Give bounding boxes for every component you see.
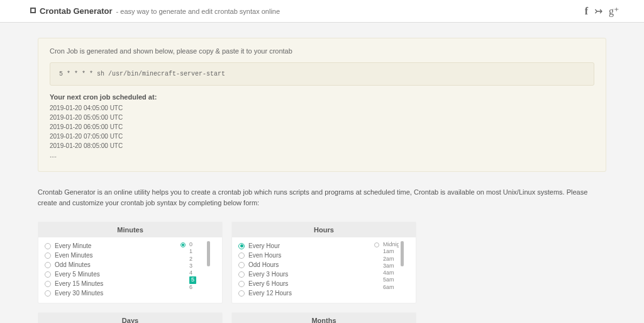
list-item[interactable]: 5am [383, 276, 399, 283]
list-item[interactable]: 4am [383, 269, 399, 276]
months-card: MonthsEvery MonthEven MonthsOdd MonthsEv… [231, 312, 416, 323]
cards-grid: MinutesEvery MinuteEven MinutesOdd Minut… [38, 222, 606, 323]
minutes-option[interactable]: Every 5 Minutes [45, 269, 180, 279]
facebook-icon[interactable]: f [585, 6, 588, 17]
radio-icon[interactable] [45, 281, 51, 287]
option-label: Even Minutes [55, 252, 93, 259]
list-item[interactable]: 3am [383, 263, 399, 269]
result-panel: Cron Job is generated and shown below, p… [38, 38, 606, 172]
days-card-title: Days [38, 313, 222, 323]
list-item[interactable]: 2am [383, 256, 399, 263]
hours-option[interactable]: Every 3 Hours [238, 269, 374, 279]
intro-text: Crontab Generator is an online utility h… [38, 187, 606, 208]
list-item[interactable]: 2 [189, 256, 205, 263]
list-item[interactable]: 1 [189, 248, 205, 255]
schedule-time: 2019-01-20 06:05:00 UTC [50, 122, 594, 132]
list-item[interactable]: 5 [189, 276, 205, 283]
list-item[interactable]: 0 [189, 241, 205, 248]
schedule-heading: Your next cron job scheduled at: [50, 93, 594, 101]
top-bar: Crontab Generator - easy way to generate… [0, 0, 644, 23]
option-label: Odd Hours [248, 261, 279, 268]
option-label: Even Hours [248, 252, 281, 259]
days-card: DaysEvery DayEven DaysOdd DaysEvery 5 Da… [38, 312, 223, 323]
schedule-list: 2019-01-20 04:05:00 UTC2019-01-20 05:05:… [50, 103, 594, 150]
hours-option[interactable]: Every 6 Hours [238, 279, 374, 288]
schedule-time: 2019-01-20 07:05:00 UTC [50, 132, 594, 141]
option-label: Every 3 Hours [248, 271, 288, 278]
hours-option[interactable]: Even Hours [238, 251, 374, 260]
radio-icon[interactable] [45, 271, 51, 278]
radio-icon[interactable] [45, 290, 51, 297]
months-card-title: Months [232, 313, 416, 323]
result-title: Cron Job is generated and shown below, p… [50, 47, 594, 55]
logo-square-icon [30, 8, 36, 13]
option-label: Every 15 Minutes [55, 280, 103, 287]
brand-tagline: - easy way to generate and edit crontab … [116, 8, 280, 15]
list-item[interactable]: 4 [189, 269, 205, 276]
list-item[interactable]: 6am [383, 284, 399, 291]
radio-icon[interactable] [238, 281, 245, 287]
radio-icon[interactable] [45, 243, 51, 249]
schedule-time: 2019-01-20 08:05:00 UTC [50, 141, 594, 150]
list-item[interactable]: 1am [383, 248, 399, 255]
hours-option[interactable]: Odd Hours [238, 260, 374, 269]
brand-wrap: Crontab Generator - easy way to generate… [30, 6, 280, 16]
list-item[interactable]: Midnight [383, 241, 399, 248]
radio-icon[interactable] [238, 243, 245, 249]
minutes-card-title: Minutes [38, 222, 222, 237]
schedule-time: 2019-01-20 05:05:00 UTC [50, 113, 594, 122]
google-plus-icon[interactable]: g⁺ [609, 5, 619, 17]
cron-expression-box[interactable]: 5 * * * * sh /usr/bin/minecraft-server-s… [50, 62, 594, 86]
schedule-more: .... [50, 150, 594, 160]
brand-title: Crontab Generator [40, 6, 113, 16]
option-label: Odd Minutes [55, 261, 91, 268]
option-label: Every 6 Hours [248, 280, 288, 287]
option-label: Every 30 Minutes [55, 290, 103, 297]
scrollbar-thumb[interactable] [401, 241, 404, 266]
hours-card-title: Hours [232, 222, 416, 237]
hours-option[interactable]: Every 12 Hours [238, 288, 374, 298]
option-label: Every Minute [55, 242, 91, 249]
list-item[interactable]: 6 [189, 284, 205, 291]
option-label: Every Hour [248, 242, 280, 249]
minutes-value-list[interactable]: 012345678 [187, 241, 205, 290]
scrollbar-thumb[interactable] [207, 241, 210, 266]
radio-icon[interactable] [238, 252, 245, 259]
hours-option[interactable]: Every Hour [238, 241, 374, 251]
list-radio-icon[interactable] [374, 242, 379, 247]
twitter-icon[interactable]: ↣ [594, 5, 602, 17]
list-radio-icon[interactable] [180, 242, 186, 247]
radio-icon[interactable] [238, 271, 245, 278]
radio-icon[interactable] [238, 262, 245, 268]
schedule-time: 2019-01-20 04:05:00 UTC [50, 103, 594, 113]
option-label: Every 5 Minutes [55, 271, 100, 278]
minutes-option[interactable]: Every Minute [45, 241, 180, 251]
minutes-option[interactable]: Even Minutes [45, 251, 180, 260]
main-content: Cron Job is generated and shown below, p… [33, 38, 611, 323]
radio-icon[interactable] [45, 262, 51, 268]
option-label: Every 12 Hours [248, 290, 292, 297]
hours-value-list[interactable]: Midnight1am2am3am4am5am6am7am8am [381, 241, 399, 290]
radio-icon[interactable] [45, 252, 51, 259]
social-icons: f ↣ g⁺ [585, 5, 619, 17]
minutes-card: MinutesEvery MinuteEven MinutesOdd Minut… [38, 222, 223, 303]
radio-icon[interactable] [238, 290, 245, 297]
list-item[interactable]: 3 [189, 263, 205, 269]
minutes-option[interactable]: Odd Minutes [45, 260, 180, 269]
minutes-option[interactable]: Every 15 Minutes [45, 279, 180, 288]
hours-card: HoursEvery HourEven HoursOdd HoursEvery … [231, 222, 416, 303]
minutes-option[interactable]: Every 30 Minutes [45, 288, 180, 298]
